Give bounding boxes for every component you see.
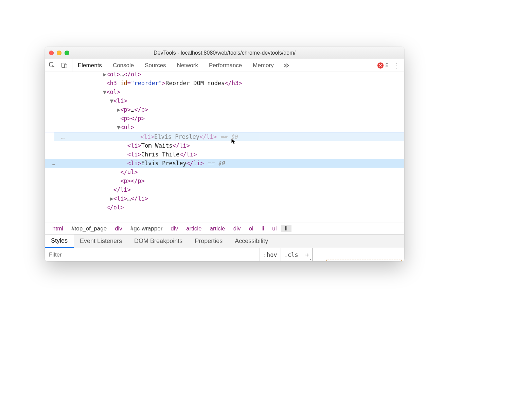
settings-menu-icon[interactable]: ⋮ [393,61,400,70]
zoom-window-button[interactable] [65,51,69,55]
cls-toggle-button[interactable]: .cls [281,248,302,261]
dom-row[interactable]: ▼<ul> [45,123,404,132]
tab-memory[interactable]: Memory [247,59,279,72]
breadcrumb-item[interactable]: ul [268,225,281,232]
tab-elements[interactable]: Elements [72,59,107,72]
subtab-accessibility[interactable]: Accessibility [229,235,274,248]
row-actions-icon[interactable]: … [58,132,67,141]
panel-tabs: Elements Console Sources Network Perform… [72,59,373,72]
breadcrumb-item[interactable]: article [182,225,206,232]
breadcrumb-item[interactable]: div [166,225,182,232]
tabs-overflow-icon[interactable] [279,59,294,72]
error-icon: ✕ [377,62,384,69]
tab-network[interactable]: Network [172,59,203,72]
sidebar-tabs: Styles Event Listeners DOM Breakpoints P… [45,234,404,248]
devtools-window: DevTools - localhost:8080/web/tools/chro… [45,47,404,261]
dom-row[interactable]: ▶<li>…</li> [45,194,404,203]
close-window-button[interactable] [49,51,54,55]
styles-toolbar: :hov .cls + [45,248,404,261]
toolbar-right-group: ✕ 5 ⋮ [373,61,404,70]
dom-row[interactable]: ▶<p>…</p> [45,105,404,114]
breadcrumb-item[interactable]: html [48,225,67,232]
device-toolbar-icon[interactable] [61,62,68,69]
dom-row[interactable]: <li>Tom Waits</li> [45,141,404,150]
row-actions-icon[interactable]: … [49,159,58,168]
svg-rect-2 [65,64,67,68]
subtab-event-listeners[interactable]: Event Listeners [74,235,128,248]
hov-toggle-button[interactable]: :hov [260,248,281,261]
new-style-rule-button[interactable]: + [302,248,313,261]
error-count-badge[interactable]: ✕ 5 [377,62,389,69]
subtab-dom-breakpoints[interactable]: DOM Breakpoints [128,235,189,248]
dom-row[interactable]: <h3 id="reorder">Reorder DOM nodes</h3> [45,79,404,88]
dom-row[interactable]: ▶<ol>…</ol> [45,72,404,79]
dom-row-dragging[interactable]: … <li>Elvis Presley</li> == $0 [54,132,404,141]
box-model-preview [313,248,404,261]
styles-filter-input[interactable] [45,248,260,261]
dom-row[interactable]: ▼<ol> [45,88,404,96]
tab-console[interactable]: Console [107,59,139,72]
main-toolbar: Elements Console Sources Network Perform… [45,59,404,72]
tab-performance[interactable]: Performance [203,59,247,72]
breadcrumb-item[interactable]: article [206,225,229,232]
dom-row[interactable]: <li>Chris Thile</li> [45,150,404,159]
breadcrumb-item[interactable]: li [258,225,268,232]
window-titlebar: DevTools - localhost:8080/web/tools/chro… [45,47,404,59]
breadcrumb-item[interactable]: #gc-wrapper [126,225,167,232]
dom-row[interactable]: </li> [45,185,404,194]
inspect-element-icon[interactable] [49,62,56,69]
subtab-properties[interactable]: Properties [189,235,229,248]
window-title: DevTools - localhost:8080/web/tools/chro… [45,50,404,56]
breadcrumb-item[interactable]: #top_of_page [67,225,111,232]
toolbar-left-group [45,59,72,72]
dom-row[interactable]: </ul> [45,168,404,176]
dom-tree-pane[interactable]: ▶<ol>…</ol> <h3 id="reorder">Reorder DOM… [45,72,404,223]
tab-sources[interactable]: Sources [139,59,171,72]
breadcrumb-item-selected[interactable]: li [281,225,292,232]
dom-row[interactable]: <p></p> [45,176,404,185]
breadcrumb-item[interactable]: ol [245,225,258,232]
breadcrumb-item[interactable]: div [111,225,126,232]
subtab-styles[interactable]: Styles [45,235,74,248]
error-count: 5 [386,62,389,69]
dom-row-selected[interactable]: … <li>Elvis Presley</li> == $0 [45,159,404,168]
dom-row[interactable]: ▼<li> [45,96,404,105]
breadcrumb-item[interactable]: div [229,225,245,232]
minimize-window-button[interactable] [57,51,61,55]
dom-row[interactable]: <p></p> [45,114,404,123]
dom-row[interactable]: </ol> [45,203,404,212]
dom-breadcrumb: html #top_of_page div #gc-wrapper div ar… [45,223,404,234]
traffic-lights [49,51,69,55]
